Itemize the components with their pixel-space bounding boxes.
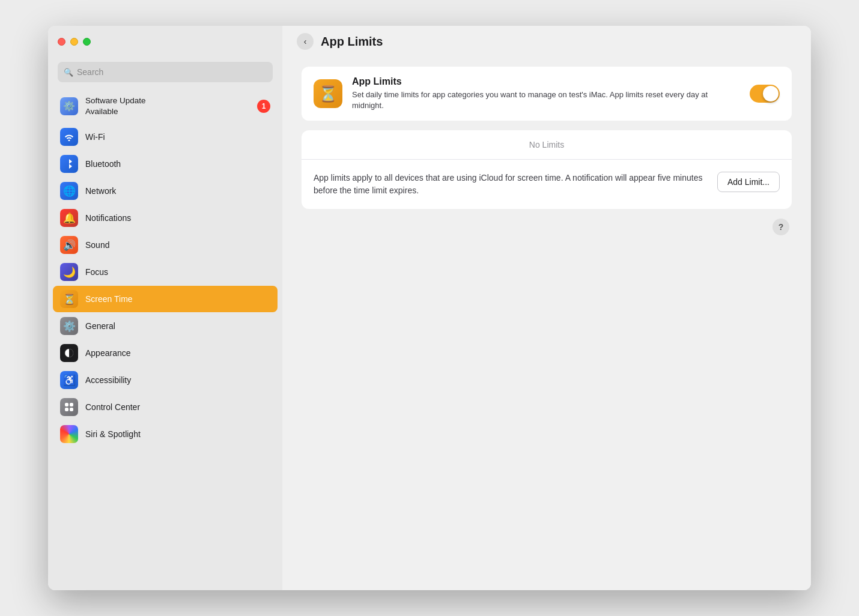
sidebar-item-appearance[interactable]: Appearance <box>53 340 278 366</box>
titlebar <box>48 26 282 57</box>
sidebar-item-wifi[interactable]: Wi-Fi <box>53 124 278 150</box>
sidebar-item-siri[interactable]: Siri & Spotlight <box>53 421 278 447</box>
main-body: ⏳ App Limits Set daily time limits for a… <box>282 57 811 590</box>
bluetooth-icon <box>60 155 78 173</box>
help-container: ? <box>302 219 792 235</box>
main-header: ‹ App Limits <box>282 26 811 57</box>
sidebar-item-notifications[interactable]: 🔔 Notifications <box>53 205 278 231</box>
sidebar-list: ⚙️ Software Update Available 1 Wi-Fi <box>48 89 282 590</box>
help-button[interactable]: ? <box>772 219 789 235</box>
sidebar-item-bluetooth[interactable]: Bluetooth <box>53 151 278 177</box>
no-limits-header: No Limits <box>302 130 792 160</box>
sidebar-item-general[interactable]: ⚙️ General <box>53 313 278 339</box>
main-content: ‹ App Limits ⏳ App Limits Set daily time… <box>282 26 811 590</box>
search-bar[interactable]: 🔍 Search <box>58 62 273 82</box>
appearance-icon <box>60 344 78 362</box>
svg-rect-3 <box>65 408 68 411</box>
back-button[interactable]: ‹ <box>297 33 314 50</box>
sound-label: Sound <box>85 240 109 250</box>
settings-window: 🔍 Search ⚙️ Software Update Available 1 <box>48 26 811 590</box>
bluetooth-label: Bluetooth <box>85 159 121 169</box>
sidebar: 🔍 Search ⚙️ Software Update Available 1 <box>48 26 282 590</box>
minimize-button[interactable] <box>70 38 78 46</box>
sidebar-item-controlcenter[interactable]: Control Center <box>53 394 278 420</box>
focus-label: Focus <box>85 267 108 277</box>
wifi-icon <box>60 128 78 146</box>
app-limits-icon: ⏳ <box>314 79 342 108</box>
appearance-label: Appearance <box>85 348 131 358</box>
general-icon: ⚙️ <box>60 317 78 335</box>
close-button[interactable] <box>58 38 65 46</box>
app-limits-row: ⏳ App Limits Set daily time limits for a… <box>302 67 792 121</box>
notifications-label: Notifications <box>85 213 131 223</box>
page-title: App Limits <box>321 35 383 49</box>
siri-icon <box>60 425 78 443</box>
accessibility-icon: ♿ <box>60 371 78 389</box>
controlcenter-label: Control Center <box>85 402 140 412</box>
notifications-icon: 🔔 <box>60 209 78 227</box>
network-label: Network <box>85 186 116 196</box>
software-update-left: ⚙️ Software Update Available <box>60 95 146 116</box>
back-arrow-icon: ‹ <box>304 37 307 46</box>
toggle-knob <box>763 86 779 101</box>
app-limits-text: App Limits Set daily time limits for app… <box>352 76 740 111</box>
controlcenter-icon <box>60 398 78 416</box>
app-limits-card: ⏳ App Limits Set daily time limits for a… <box>302 67 792 121</box>
app-limits-title: App Limits <box>352 76 740 87</box>
svg-rect-2 <box>70 403 73 406</box>
svg-rect-1 <box>65 403 68 406</box>
sidebar-item-focus[interactable]: 🌙 Focus <box>53 259 278 285</box>
screentime-icon: ⏳ <box>60 290 78 308</box>
focus-icon: 🌙 <box>60 263 78 281</box>
sidebar-item-network[interactable]: 🌐 Network <box>53 178 278 204</box>
software-update-badge: 1 <box>257 100 270 113</box>
add-limit-button[interactable]: Add Limit... <box>717 172 780 192</box>
accessibility-label: Accessibility <box>85 375 131 385</box>
no-limits-description: App limits apply to all devices that are… <box>314 172 705 197</box>
search-placeholder: Search <box>77 67 103 77</box>
siri-label: Siri & Spotlight <box>85 429 141 439</box>
sidebar-item-accessibility[interactable]: ♿ Accessibility <box>53 367 278 393</box>
sidebar-item-software-update[interactable]: ⚙️ Software Update Available 1 <box>53 89 278 122</box>
screentime-label: Screen Time <box>85 294 133 304</box>
app-limits-description: Set daily time limits for app categories… <box>352 89 740 111</box>
no-limits-body: App limits apply to all devices that are… <box>302 160 792 209</box>
general-label: General <box>85 321 115 331</box>
app-limits-toggle[interactable] <box>750 85 780 103</box>
maximize-button[interactable] <box>83 38 91 46</box>
network-icon: 🌐 <box>60 182 78 200</box>
software-update-label: Software Update Available <box>85 95 146 116</box>
sound-icon: 🔊 <box>60 236 78 254</box>
wifi-label: Wi-Fi <box>85 132 105 142</box>
no-limits-card: No Limits App limits apply to all device… <box>302 130 792 209</box>
sidebar-item-screentime[interactable]: ⏳ Screen Time <box>53 286 278 312</box>
svg-rect-4 <box>70 408 73 411</box>
sidebar-item-sound[interactable]: 🔊 Sound <box>53 232 278 258</box>
search-icon: 🔍 <box>64 68 73 77</box>
software-update-icon: ⚙️ <box>60 97 78 115</box>
